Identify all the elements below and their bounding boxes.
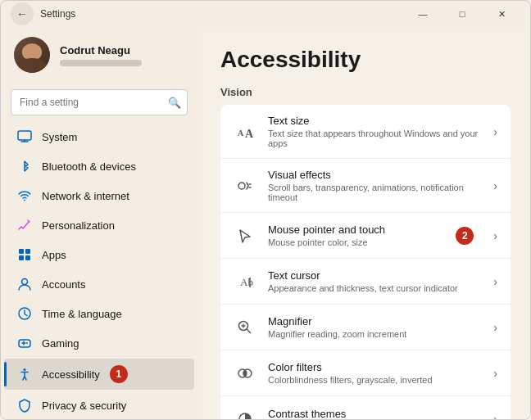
settings-item-color-filters[interactable]: Color filters Colorblindness filters, gr… <box>220 350 511 396</box>
sidebar-item-gaming[interactable]: Gaming <box>4 329 194 357</box>
text-cursor-title: Text cursor <box>268 269 482 282</box>
sidebar-item-time-label: Time & language <box>42 308 122 320</box>
sidebar-item-system[interactable]: System <box>4 123 194 151</box>
svg-point-1 <box>24 200 25 201</box>
sidebar-item-system-label: System <box>42 131 77 143</box>
sidebar-item-accounts[interactable]: Accounts <box>4 270 194 298</box>
accessibility-icon <box>17 367 32 382</box>
magnifier-text: Magnifier Magnifier reading, zoom increm… <box>268 315 482 339</box>
settings-item-mouse-pointer[interactable]: Mouse pointer and touch Mouse pointer co… <box>220 213 511 259</box>
visual-effects-icon <box>234 174 256 197</box>
svg-rect-5 <box>25 255 30 260</box>
system-icon <box>17 129 32 144</box>
text-size-icon: A A <box>234 120 256 143</box>
user-name: Codrut Neagu <box>60 44 184 56</box>
sidebar-item-privacy-label: Privacy & security <box>42 400 126 412</box>
mouse-pointer-icon <box>234 224 256 247</box>
sidebar-item-network[interactable]: Network & internet <box>4 182 194 210</box>
text-cursor-text: Text cursor Appearance and thickness, te… <box>268 269 482 293</box>
sidebar-item-gaming-label: Gaming <box>42 337 79 350</box>
visual-effects-text: Visual effects Scroll bars, transparency… <box>268 169 482 202</box>
text-size-desc: Text size that appears throughout Window… <box>268 129 482 148</box>
text-cursor-icon: Ab <box>234 270 256 293</box>
contrast-themes-chevron: › <box>493 413 497 419</box>
text-size-text: Text size Text size that appears through… <box>268 115 482 148</box>
settings-item-magnifier[interactable]: Magnifier Magnifier reading, zoom increm… <box>220 305 511 350</box>
gaming-icon <box>17 336 32 350</box>
minimize-button[interactable]: — <box>404 1 442 27</box>
text-size-chevron: › <box>493 125 497 138</box>
avatar <box>14 37 50 73</box>
settings-item-visual-effects[interactable]: Visual effects Scroll bars, transparency… <box>220 159 511 213</box>
user-info: Codrut Neagu <box>60 44 184 66</box>
contrast-themes-title: Contrast themes <box>268 408 482 420</box>
sidebar-item-network-label: Network & internet <box>42 190 129 202</box>
mouse-pointer-badge: 2 <box>456 227 474 245</box>
sidebar-item-bluetooth[interactable]: Bluetooth & devices <box>4 152 194 180</box>
svg-point-13 <box>238 183 245 189</box>
sidebar-item-accounts-label: Accounts <box>42 278 85 291</box>
svg-rect-0 <box>18 131 31 140</box>
sidebar-item-accessibility-label: Accessibility <box>42 368 100 381</box>
title-bar: ← Settings — □ ✕ <box>1 1 530 27</box>
svg-text:Ab: Ab <box>240 276 253 288</box>
window-title: Settings <box>40 8 75 20</box>
visual-effects-chevron: › <box>493 179 497 192</box>
visual-effects-title: Visual effects <box>268 169 482 181</box>
color-filters-title: Color filters <box>268 361 482 373</box>
svg-text:A: A <box>245 128 254 140</box>
visual-effects-desc: Scroll bars, transparency, animations, n… <box>268 183 482 202</box>
mouse-pointer-title: Mouse pointer and touch <box>268 224 444 236</box>
text-cursor-chevron: › <box>493 275 497 288</box>
color-filters-desc: Colorblindness filters, grayscale, inver… <box>268 375 482 385</box>
sidebar-item-accessibility[interactable]: Accessibility 1 <box>4 359 194 390</box>
svg-rect-4 <box>19 255 24 260</box>
svg-point-9 <box>26 342 28 344</box>
search-icon: 🔍 <box>168 97 181 109</box>
apps-icon <box>17 247 32 262</box>
svg-rect-3 <box>25 249 30 254</box>
content-area: Accessibility Vision A A Text size Text … <box>197 27 530 419</box>
magnifier-desc: Magnifier reading, zoom increment <box>268 329 482 339</box>
contrast-themes-text: Contrast themes Color themes for low vis… <box>268 408 482 420</box>
color-filters-icon <box>234 362 256 385</box>
text-cursor-desc: Appearance and thickness, text cursor in… <box>268 283 482 293</box>
contrast-themes-icon <box>234 408 256 419</box>
privacy-icon <box>17 398 32 413</box>
color-filters-text: Color filters Colorblindness filters, gr… <box>268 361 482 385</box>
maximize-button[interactable]: □ <box>443 1 481 27</box>
avatar-image <box>14 37 50 73</box>
sidebar-item-bluetooth-label: Bluetooth & devices <box>42 160 136 173</box>
mouse-pointer-desc: Mouse pointer color, size <box>268 237 444 247</box>
sidebar-item-personalization-label: Personalization <box>42 219 115 232</box>
magnifier-chevron: › <box>493 321 497 334</box>
search-input[interactable] <box>11 89 188 115</box>
accounts-icon <box>17 277 32 291</box>
search-box: 🔍 <box>11 89 188 115</box>
svg-rect-2 <box>19 249 24 254</box>
sidebar-item-personalization[interactable]: Personalization <box>4 211 194 239</box>
bluetooth-icon <box>17 159 32 174</box>
svg-point-6 <box>22 279 28 285</box>
page-title: Accessibility <box>220 47 511 73</box>
text-size-title: Text size <box>268 115 482 127</box>
sidebar-item-apps-label: Apps <box>42 249 66 261</box>
sidebar-item-privacy[interactable]: Privacy & security <box>4 391 194 419</box>
settings-item-text-size[interactable]: A A Text size Text size that appears thr… <box>220 105 511 159</box>
back-button[interactable]: ← <box>11 2 34 25</box>
mouse-pointer-text: Mouse pointer and touch Mouse pointer co… <box>268 224 444 247</box>
magnifier-icon <box>234 316 256 339</box>
section-label: Vision <box>220 86 511 98</box>
sidebar-item-apps[interactable]: Apps <box>4 241 194 269</box>
settings-item-text-cursor[interactable]: Ab Text cursor Appearance and thickness,… <box>220 259 511 305</box>
magnifier-title: Magnifier <box>268 315 482 327</box>
settings-item-contrast-themes[interactable]: Contrast themes Color themes for low vis… <box>220 396 511 419</box>
close-button[interactable]: ✕ <box>483 1 520 27</box>
color-filters-chevron: › <box>493 367 497 380</box>
settings-card: A A Text size Text size that appears thr… <box>220 105 511 419</box>
accessibility-badge: 1 <box>110 365 128 383</box>
sidebar-item-time[interactable]: Time & language <box>4 300 194 327</box>
personalization-icon <box>17 218 32 233</box>
title-bar-left: ← Settings <box>11 2 75 25</box>
window-controls: — □ ✕ <box>404 1 520 27</box>
